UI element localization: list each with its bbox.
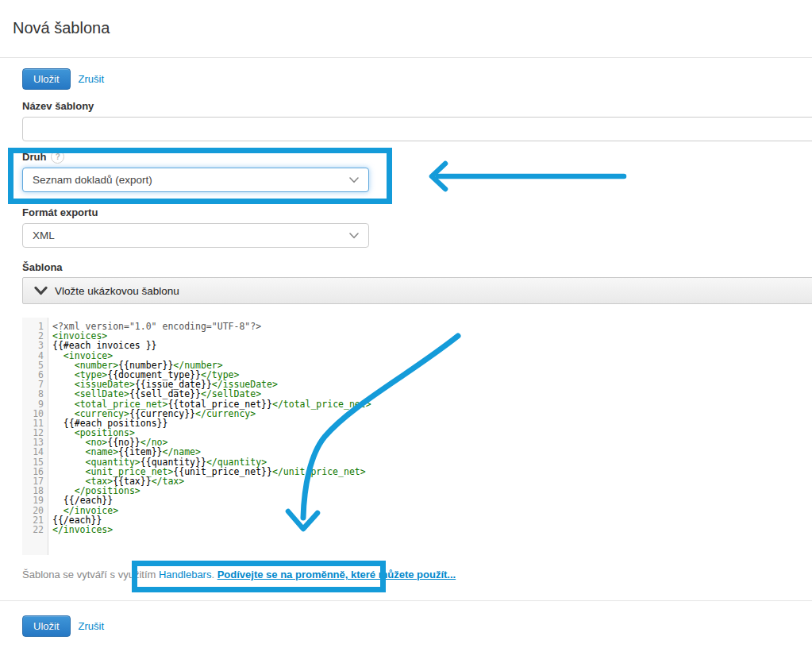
- cancel-link-bottom[interactable]: Zrušit: [79, 620, 105, 632]
- cancel-link-top[interactable]: Zrušit: [79, 73, 105, 85]
- top-toolbar: Uložit Zrušit: [22, 68, 812, 90]
- template-name-label: Název šablony: [22, 100, 812, 113]
- bottom-toolbar: Uložit Zrušit: [22, 615, 812, 637]
- sample-template-toggle[interactable]: Vložte ukázkovou šablonu: [22, 277, 812, 304]
- variables-link[interactable]: Podívejte se na proměnně, které můžete p…: [217, 569, 456, 580]
- template-name-input[interactable]: [22, 117, 812, 141]
- format-field: Formát exportu XML: [22, 206, 812, 248]
- line-number: 19: [25, 496, 44, 505]
- template-label: Šablona: [22, 261, 812, 274]
- new-template-page: Nová šablona Uložit Zrušit Název šablony…: [0, 0, 812, 671]
- type-select[interactable]: Seznam dokladů (export): [22, 168, 369, 192]
- hint-separator: .: [211, 569, 217, 580]
- line-number: 4: [25, 351, 44, 361]
- chevron-down-icon: [349, 233, 359, 239]
- editor-code[interactable]: <?xml version="1.0" encoding="UTF-8"?><i…: [48, 318, 371, 555]
- page-title: Nová šablona: [13, 19, 812, 37]
- save-button-top[interactable]: Uložit: [22, 68, 71, 90]
- chevron-down-bold-icon: [34, 286, 48, 295]
- template-hint: Šablona se vytváří s využitím Handlebars…: [22, 568, 812, 581]
- sample-template-toggle-label: Vložte ukázkovou šablonu: [55, 285, 179, 297]
- type-select-value: Seznam dokladů (export): [33, 174, 152, 186]
- divider-top: [0, 57, 812, 58]
- format-select-value: XML: [33, 229, 55, 241]
- editor-gutter: 12345678910111213141516171819202122: [22, 318, 48, 555]
- type-field: Druh ? Seznam dokladů (export): [22, 150, 812, 192]
- line-number: 9: [25, 399, 44, 409]
- save-button-bottom[interactable]: Uložit: [22, 615, 71, 637]
- divider-bottom: [0, 600, 812, 601]
- chevron-down-icon: [349, 177, 359, 183]
- hint-prefix: Šablona se vytváří s využitím: [22, 569, 159, 580]
- line-number: 15: [25, 457, 44, 467]
- code-editor[interactable]: 12345678910111213141516171819202122 <?xm…: [22, 318, 812, 555]
- code-line: </invoices>: [52, 525, 371, 534]
- line-number: 3: [25, 341, 44, 350]
- format-select[interactable]: XML: [22, 223, 369, 248]
- type-label: Druh: [22, 151, 46, 164]
- line-number: 20: [25, 506, 44, 515]
- line-number: 8: [25, 389, 44, 399]
- format-label: Formát exportu: [22, 206, 812, 219]
- line-number: 22: [25, 525, 44, 534]
- help-icon[interactable]: ?: [51, 150, 64, 164]
- handlebars-link[interactable]: Handlebars: [159, 569, 212, 580]
- line-number: 14: [25, 447, 44, 457]
